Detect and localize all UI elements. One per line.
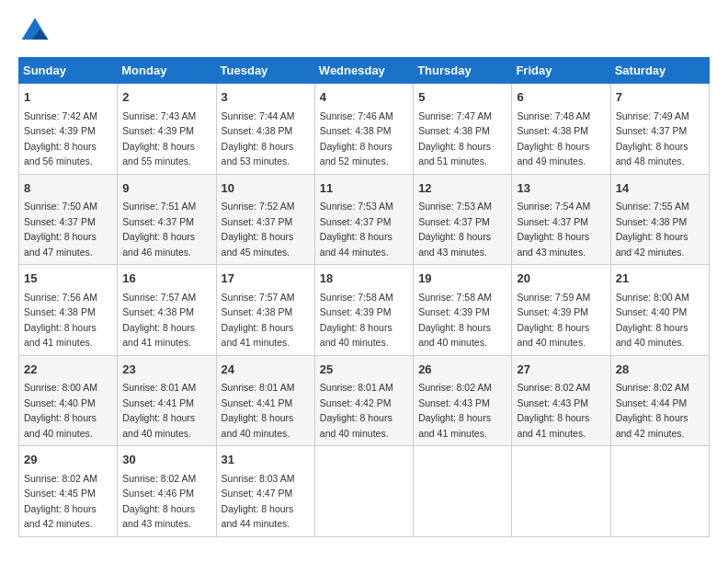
week-row-2: 8 Sunrise: 7:50 AMSunset: 4:37 PMDayligh… <box>19 174 710 265</box>
day-info: Sunrise: 7:53 AMSunset: 4:37 PMDaylight:… <box>418 201 492 258</box>
day-number: 10 <box>222 179 310 198</box>
day-info: Sunrise: 7:54 AMSunset: 4:37 PMDaylight:… <box>517 201 590 258</box>
day-cell: 18 Sunrise: 7:58 AMSunset: 4:39 PMDaylig… <box>314 265 413 356</box>
day-info: Sunrise: 8:01 AMSunset: 4:41 PMDaylight:… <box>222 382 295 439</box>
day-cell: 29 Sunrise: 8:02 AMSunset: 4:45 PMDaylig… <box>19 446 118 537</box>
day-cell: 2 Sunrise: 7:43 AMSunset: 4:39 PMDayligh… <box>118 84 216 175</box>
header-row: SundayMondayTuesdayWednesdayThursdayFrid… <box>19 58 710 84</box>
day-number: 20 <box>517 270 605 288</box>
day-info: Sunrise: 7:59 AMSunset: 4:39 PMDaylight:… <box>517 292 590 349</box>
day-number: 11 <box>320 179 408 198</box>
day-info: Sunrise: 7:43 AMSunset: 4:39 PMDaylight:… <box>122 110 196 167</box>
day-number: 6 <box>517 88 605 107</box>
day-cell: 14 Sunrise: 7:55 AMSunset: 4:38 PMDaylig… <box>610 174 709 265</box>
day-cell <box>512 446 610 537</box>
day-number: 31 <box>222 451 310 469</box>
day-info: Sunrise: 7:46 AMSunset: 4:38 PMDaylight:… <box>320 110 393 167</box>
day-info: Sunrise: 7:50 AMSunset: 4:37 PMDaylight:… <box>24 201 97 258</box>
day-info: Sunrise: 8:03 AMSunset: 4:47 PMDaylight:… <box>222 473 295 530</box>
day-cell: 7 Sunrise: 7:49 AMSunset: 4:37 PMDayligh… <box>610 84 709 175</box>
day-number: 12 <box>418 179 506 198</box>
day-cell: 13 Sunrise: 7:54 AMSunset: 4:37 PMDaylig… <box>512 174 610 265</box>
day-cell: 25 Sunrise: 8:01 AMSunset: 4:42 PMDaylig… <box>314 355 413 446</box>
day-number: 5 <box>418 88 506 107</box>
day-cell: 22 Sunrise: 8:00 AMSunset: 4:40 PMDaylig… <box>19 355 118 446</box>
day-cell: 11 Sunrise: 7:53 AMSunset: 4:37 PMDaylig… <box>314 174 413 265</box>
header-cell-thursday: Thursday <box>414 58 512 84</box>
day-number: 7 <box>616 88 704 107</box>
day-number: 9 <box>122 179 210 198</box>
header-cell-friday: Friday <box>512 58 610 84</box>
day-cell: 12 Sunrise: 7:53 AMSunset: 4:37 PMDaylig… <box>414 174 512 265</box>
day-number: 15 <box>24 270 112 288</box>
week-row-3: 15 Sunrise: 7:56 AMSunset: 4:38 PMDaylig… <box>19 265 710 356</box>
day-info: Sunrise: 8:02 AMSunset: 4:44 PMDaylight:… <box>616 382 689 439</box>
day-number: 29 <box>24 451 112 469</box>
day-cell: 21 Sunrise: 8:00 AMSunset: 4:40 PMDaylig… <box>610 265 709 356</box>
week-row-5: 29 Sunrise: 8:02 AMSunset: 4:45 PMDaylig… <box>19 446 710 537</box>
day-info: Sunrise: 7:57 AMSunset: 4:38 PMDaylight:… <box>222 292 295 349</box>
day-info: Sunrise: 8:00 AMSunset: 4:40 PMDaylight:… <box>24 382 97 439</box>
day-number: 2 <box>122 88 210 107</box>
day-info: Sunrise: 8:02 AMSunset: 4:46 PMDaylight:… <box>122 473 196 530</box>
header-cell-sunday: Sunday <box>19 58 118 84</box>
day-cell: 23 Sunrise: 8:01 AMSunset: 4:41 PMDaylig… <box>118 355 216 446</box>
header-cell-tuesday: Tuesday <box>216 58 314 84</box>
day-info: Sunrise: 8:02 AMSunset: 4:43 PMDaylight:… <box>418 382 492 439</box>
day-info: Sunrise: 7:44 AMSunset: 4:38 PMDaylight:… <box>222 110 295 167</box>
day-info: Sunrise: 7:51 AMSunset: 4:37 PMDaylight:… <box>122 201 196 258</box>
day-info: Sunrise: 8:01 AMSunset: 4:42 PMDaylight:… <box>320 382 393 439</box>
day-number: 22 <box>24 361 112 379</box>
day-info: Sunrise: 7:42 AMSunset: 4:39 PMDaylight:… <box>24 110 97 167</box>
day-cell: 24 Sunrise: 8:01 AMSunset: 4:41 PMDaylig… <box>216 355 314 446</box>
day-info: Sunrise: 8:02 AMSunset: 4:43 PMDaylight:… <box>517 382 590 439</box>
day-info: Sunrise: 7:58 AMSunset: 4:39 PMDaylight:… <box>418 292 492 349</box>
day-cell: 16 Sunrise: 7:57 AMSunset: 4:38 PMDaylig… <box>118 265 216 356</box>
day-cell: 6 Sunrise: 7:48 AMSunset: 4:38 PMDayligh… <box>512 84 610 175</box>
day-info: Sunrise: 7:56 AMSunset: 4:38 PMDaylight:… <box>24 292 97 349</box>
day-number: 28 <box>616 361 704 379</box>
day-cell <box>610 446 709 537</box>
day-info: Sunrise: 8:02 AMSunset: 4:45 PMDaylight:… <box>24 473 97 530</box>
day-number: 24 <box>222 361 310 379</box>
day-cell: 17 Sunrise: 7:57 AMSunset: 4:38 PMDaylig… <box>216 265 314 356</box>
day-cell: 8 Sunrise: 7:50 AMSunset: 4:37 PMDayligh… <box>19 174 118 265</box>
day-number: 13 <box>517 179 605 198</box>
day-cell: 5 Sunrise: 7:47 AMSunset: 4:38 PMDayligh… <box>414 84 512 175</box>
day-cell <box>414 446 512 537</box>
day-cell: 27 Sunrise: 8:02 AMSunset: 4:43 PMDaylig… <box>512 355 610 446</box>
week-row-1: 1 Sunrise: 7:42 AMSunset: 4:39 PMDayligh… <box>19 84 710 175</box>
day-number: 26 <box>418 361 506 379</box>
day-cell: 15 Sunrise: 7:56 AMSunset: 4:38 PMDaylig… <box>19 265 118 356</box>
day-info: Sunrise: 7:48 AMSunset: 4:38 PMDaylight:… <box>517 110 590 167</box>
day-cell: 20 Sunrise: 7:59 AMSunset: 4:39 PMDaylig… <box>512 265 610 356</box>
logo <box>18 15 55 48</box>
day-number: 14 <box>616 179 704 198</box>
day-cell: 30 Sunrise: 8:02 AMSunset: 4:46 PMDaylig… <box>118 446 216 537</box>
day-cell: 1 Sunrise: 7:42 AMSunset: 4:39 PMDayligh… <box>19 84 118 175</box>
day-info: Sunrise: 7:52 AMSunset: 4:37 PMDaylight:… <box>222 201 295 258</box>
logo-icon <box>18 15 51 48</box>
day-cell: 3 Sunrise: 7:44 AMSunset: 4:38 PMDayligh… <box>216 84 314 175</box>
day-info: Sunrise: 8:00 AMSunset: 4:40 PMDaylight:… <box>616 292 689 349</box>
day-info: Sunrise: 7:55 AMSunset: 4:38 PMDaylight:… <box>616 201 689 258</box>
day-cell: 9 Sunrise: 7:51 AMSunset: 4:37 PMDayligh… <box>118 174 216 265</box>
day-number: 30 <box>122 451 210 469</box>
day-number: 23 <box>122 361 210 379</box>
day-cell: 19 Sunrise: 7:58 AMSunset: 4:39 PMDaylig… <box>414 265 512 356</box>
week-row-4: 22 Sunrise: 8:00 AMSunset: 4:40 PMDaylig… <box>19 355 710 446</box>
day-cell: 26 Sunrise: 8:02 AMSunset: 4:43 PMDaylig… <box>414 355 512 446</box>
day-info: Sunrise: 7:49 AMSunset: 4:37 PMDaylight:… <box>616 110 689 167</box>
day-number: 25 <box>320 361 408 379</box>
day-cell <box>314 446 413 537</box>
header-cell-monday: Monday <box>118 58 216 84</box>
day-number: 1 <box>24 88 112 107</box>
day-cell: 10 Sunrise: 7:52 AMSunset: 4:37 PMDaylig… <box>216 174 314 265</box>
day-info: Sunrise: 7:58 AMSunset: 4:39 PMDaylight:… <box>320 292 393 349</box>
day-number: 8 <box>24 179 112 198</box>
day-cell: 28 Sunrise: 8:02 AMSunset: 4:44 PMDaylig… <box>610 355 709 446</box>
calendar-table: SundayMondayTuesdayWednesdayThursdayFrid… <box>18 57 710 537</box>
day-number: 16 <box>122 270 210 288</box>
page-header <box>18 15 710 48</box>
day-cell: 31 Sunrise: 8:03 AMSunset: 4:47 PMDaylig… <box>216 446 314 537</box>
